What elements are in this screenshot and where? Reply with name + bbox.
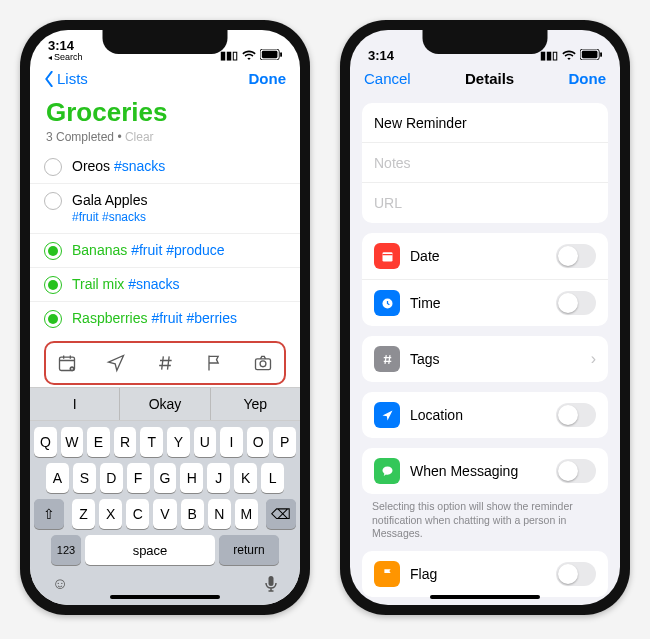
tags-cell[interactable]: Tags › [362,336,608,382]
completion-radio[interactable] [44,158,62,176]
signal-icon: ▮▮▯ [540,49,558,62]
time-cell[interactable]: Time [362,280,608,326]
key-b[interactable]: B [181,499,204,529]
key-g[interactable]: G [154,463,177,493]
item-title: Oreos [72,158,110,174]
home-indicator[interactable] [110,595,220,599]
flag-toggle[interactable] [556,562,596,586]
location-icon[interactable] [105,352,127,374]
reminder-list: Oreos #snacks Gala Apples#fruit #snacks … [30,150,300,333]
key-v[interactable]: V [153,499,176,529]
key-q[interactable]: Q [34,427,57,457]
space-key[interactable]: space [85,535,215,565]
reminder-action-bar [44,341,286,385]
phone-right: 3:14 ▮▮▯ Cancel Details Done New Reminde… [340,20,630,615]
key-k[interactable]: K [234,463,257,493]
key-a[interactable]: A [46,463,69,493]
key-y[interactable]: Y [167,427,190,457]
details-body[interactable]: New Reminder Notes URL Date Time [350,89,620,605]
clear-button[interactable]: Clear [125,130,154,144]
hashtag-icon[interactable] [154,352,176,374]
camera-icon[interactable] [252,352,274,374]
home-indicator[interactable] [430,595,540,599]
message-icon [374,458,400,484]
key-t[interactable]: T [140,427,163,457]
reminder-item[interactable]: Raspberries #fruit #berries [30,302,300,333]
date-toggle[interactable] [556,244,596,268]
done-button[interactable]: Done [249,70,287,87]
key-r[interactable]: R [114,427,137,457]
mic-key[interactable] [264,575,278,597]
key-u[interactable]: U [194,427,217,457]
notes-field[interactable]: Notes [362,143,608,183]
key-w[interactable]: W [61,427,84,457]
numbers-key[interactable]: 123 [51,535,81,565]
key-o[interactable]: O [247,427,270,457]
status-indicators: ▮▮▯ [540,49,602,62]
url-field[interactable]: URL [362,183,608,223]
notch [103,30,228,54]
reminder-item[interactable]: Bananas #fruit #produce [30,234,300,268]
notch [423,30,548,54]
item-tags: #fruit #snacks [72,210,148,226]
key-e[interactable]: E [87,427,110,457]
predictive-suggestion[interactable]: Okay [120,388,210,420]
tags-card: Tags › [362,336,608,382]
nav-title: Details [465,70,514,87]
emoji-key[interactable]: ☺ [52,575,68,597]
completion-radio[interactable] [44,276,62,294]
cancel-button[interactable]: Cancel [364,70,411,87]
key-x[interactable]: X [99,499,122,529]
location-cell[interactable]: Location [362,392,608,438]
completion-radio[interactable] [44,310,62,328]
title-card: New Reminder Notes URL [362,103,608,223]
hashtag-icon [374,346,400,372]
key-f[interactable]: F [127,463,150,493]
completed-line: 3 Completed • Clear [30,130,300,150]
time-toggle[interactable] [556,291,596,315]
flag-icon[interactable] [203,352,225,374]
delete-key[interactable]: ⌫ [266,499,296,529]
key-l[interactable]: L [261,463,284,493]
completion-radio[interactable] [44,192,62,210]
reminder-item[interactable]: Oreos #snacks [30,150,300,184]
key-c[interactable]: C [126,499,149,529]
key-j[interactable]: J [207,463,230,493]
reminder-item[interactable]: Trail mix #snacks [30,268,300,302]
return-key[interactable]: return [219,535,279,565]
predictive-suggestion[interactable]: Yep [211,388,300,420]
date-cell[interactable]: Date [362,233,608,280]
key-s[interactable]: S [73,463,96,493]
battery-icon [580,49,602,62]
title-field[interactable]: New Reminder [362,103,608,143]
messaging-card: When Messaging [362,448,608,494]
completion-radio[interactable] [44,242,62,260]
status-time: 3:14 [48,39,83,52]
reminder-item[interactable]: Gala Apples#fruit #snacks [30,184,300,234]
calendar-icon[interactable] [56,352,78,374]
datetime-card: Date Time [362,233,608,326]
predictive-suggestion[interactable]: I [30,388,120,420]
svg-rect-9 [582,51,598,58]
key-m[interactable]: M [235,499,258,529]
messaging-cell[interactable]: When Messaging [362,448,608,494]
flag-cell[interactable]: Flag [362,551,608,597]
status-back-search[interactable]: Search [48,53,83,62]
key-n[interactable]: N [208,499,231,529]
messaging-toggle[interactable] [556,459,596,483]
keyboard[interactable]: QWERTYUIOP ASDFGHJKL ⇧ ZXCVBNM ⌫ 123 spa… [30,421,300,605]
back-button[interactable]: Lists [44,70,88,87]
location-toggle[interactable] [556,403,596,427]
item-title: Trail mix [72,276,124,292]
key-i[interactable]: I [220,427,243,457]
done-button[interactable]: Done [569,70,607,87]
key-z[interactable]: Z [72,499,95,529]
wifi-icon [562,50,576,62]
shift-key[interactable]: ⇧ [34,499,64,529]
key-h[interactable]: H [180,463,203,493]
flag-card: Flag [362,551,608,597]
key-p[interactable]: P [273,427,296,457]
completed-count: 3 Completed [46,130,114,144]
key-d[interactable]: D [100,463,123,493]
calendar-icon [374,243,400,269]
